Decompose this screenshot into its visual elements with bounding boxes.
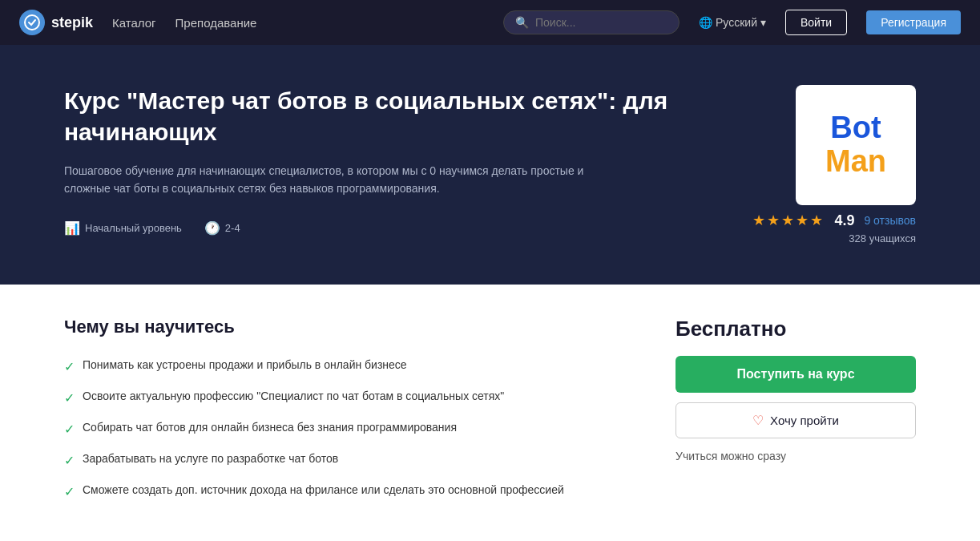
level-meta: 📊 Начальный уровень xyxy=(64,220,182,236)
course-title: Курс "Мастер чат ботов в социальных сетя… xyxy=(64,85,720,147)
check-icon: ✓ xyxy=(64,451,75,470)
register-button[interactable]: Регистрация xyxy=(866,10,961,34)
bot-logo-bot: Bot xyxy=(830,111,881,145)
course-sidebar: Бесплатно Поступить на курс ♡ Хочу пройт… xyxy=(676,317,916,502)
bot-logo-man: Man xyxy=(825,145,886,179)
course-description: Пошаговое обучение для начинающих специа… xyxy=(64,162,625,198)
wishlist-label: Хочу пройти xyxy=(770,414,839,427)
translate-icon: 🌐 xyxy=(699,16,712,29)
level-label: Начальный уровень xyxy=(85,222,182,234)
hero-section: Курс "Мастер чат ботов в социальных сетя… xyxy=(0,45,980,285)
check-icon: ✓ xyxy=(64,482,75,502)
learn-title: Чему вы научитесь xyxy=(64,317,643,337)
learn-list: ✓Понимать как устроены продажи и прибыль… xyxy=(64,357,643,502)
language-selector[interactable]: 🌐 Русский ▾ xyxy=(699,16,766,29)
search-input[interactable] xyxy=(535,16,667,29)
hero-right: Bot Man ★★★★★ 4.9 9 отзывов 328 учащихся xyxy=(752,85,916,244)
search-icon: 🔍 xyxy=(515,16,529,29)
learn-item: ✓Освоите актуальную профессию "Специалис… xyxy=(64,388,643,408)
learn-item: ✓Понимать как устроены продажи и прибыль… xyxy=(64,357,643,377)
learn-item: ✓Собирать чат ботов для онлайн бизнеса б… xyxy=(64,419,643,439)
enroll-button[interactable]: Поступить на курс xyxy=(676,356,916,393)
svg-point-0 xyxy=(25,15,39,30)
rating-value: 4.9 xyxy=(834,212,854,229)
learn-item: ✓Зарабатывать на услуге по разработке ча… xyxy=(64,450,643,470)
reviews-link[interactable]: 9 отзывов xyxy=(864,214,916,227)
logo-icon xyxy=(19,10,45,35)
main-content: Чему вы научитесь ✓Понимать как устроены… xyxy=(0,285,980,534)
learn-item-text: Зарабатывать на услуге по разработке чат… xyxy=(83,450,338,467)
learn-item-text: Освоите актуальную профессию "Специалист… xyxy=(83,388,504,405)
stars-display: ★★★★★ xyxy=(752,212,825,229)
learn-item: ✓Сможете создать доп. источник дохода на… xyxy=(64,482,643,502)
navbar: stepik Каталог Преподавание 🔍 🌐 Русский … xyxy=(0,0,980,45)
start-now-label: Учиться можно сразу xyxy=(676,450,916,462)
logo[interactable]: stepik xyxy=(19,10,93,35)
duration-label: 2-4 xyxy=(225,222,240,234)
duration-meta: 🕐 2-4 xyxy=(204,220,240,236)
rating-block: ★★★★★ 4.9 9 отзывов xyxy=(752,212,916,229)
check-icon: ✓ xyxy=(64,389,75,408)
learn-item-text: Понимать как устроены продажи и прибыль … xyxy=(83,357,407,373)
course-meta: 📊 Начальный уровень 🕐 2-4 xyxy=(64,220,720,236)
learn-section: Чему вы научитесь ✓Понимать как устроены… xyxy=(64,317,643,502)
check-icon: ✓ xyxy=(64,420,75,439)
price-label: Бесплатно xyxy=(676,317,916,341)
heart-icon: ♡ xyxy=(752,413,764,428)
course-logo: Bot Man xyxy=(796,85,916,205)
wishlist-button[interactable]: ♡ Хочу пройти xyxy=(676,402,916,438)
catalog-link[interactable]: Каталог xyxy=(112,16,156,30)
logo-text: stepik xyxy=(51,14,93,31)
learn-item-text: Собирать чат ботов для онлайн бизнеса бе… xyxy=(83,419,457,436)
login-button[interactable]: Войти xyxy=(785,10,847,35)
lang-label: Русский xyxy=(716,16,757,29)
search-bar[interactable]: 🔍 xyxy=(503,10,680,34)
clock-icon: 🕐 xyxy=(204,220,220,236)
learn-item-text: Сможете создать доп. источник дохода на … xyxy=(83,482,564,499)
rating-section: ★★★★★ 4.9 9 отзывов 328 учащихся xyxy=(752,212,916,244)
check-icon: ✓ xyxy=(64,357,75,377)
chevron-down-icon: ▾ xyxy=(760,16,766,29)
teaching-link[interactable]: Преподавание xyxy=(175,16,257,30)
hero-content: Курс "Мастер чат ботов в социальных сетя… xyxy=(64,85,720,236)
students-count: 328 учащихся xyxy=(752,232,916,244)
level-icon: 📊 xyxy=(64,220,80,236)
